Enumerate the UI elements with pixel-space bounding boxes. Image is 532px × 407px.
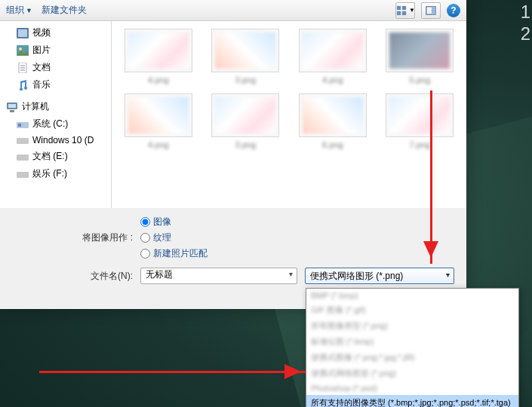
sidebar-label: 文档 (E:) xyxy=(32,150,68,163)
filename-input[interactable]: 无标题 xyxy=(140,268,297,284)
computer-icon xyxy=(6,102,18,112)
sidebar-item-drive-f[interactable]: 娱乐 (F:) xyxy=(0,165,111,182)
file-item[interactable]: 6.png xyxy=(292,93,374,149)
radio-input[interactable] xyxy=(140,249,150,259)
file-label: 3.png xyxy=(235,140,256,149)
radio-image[interactable]: 图像 xyxy=(140,216,208,228)
navigation-sidebar: 视频 图片 文档 音乐 计算机 系统 (C:) xyxy=(0,21,112,208)
dropdown-item[interactable]: 所有图像类型 (*.png) xyxy=(306,318,518,334)
dropdown-item[interactable]: Photoshop (*.psd) xyxy=(306,381,518,395)
file-thumbnail xyxy=(386,29,454,72)
dropdown-item[interactable]: 标准位图 (*.bmp) xyxy=(306,334,518,350)
chevron-down-icon: ▼ xyxy=(26,7,32,14)
file-item[interactable]: 3.png xyxy=(205,93,287,149)
sidebar-item-pictures[interactable]: 图片 xyxy=(0,41,111,59)
file-item[interactable]: 4.png xyxy=(118,29,199,84)
dropdown-item[interactable]: GIF 图像 (*.gif) xyxy=(306,302,518,318)
svg-rect-15 xyxy=(8,104,16,108)
sidebar-item-computer[interactable]: 计算机 xyxy=(0,98,111,115)
svg-rect-20 xyxy=(17,155,29,161)
file-label: 3.png xyxy=(235,75,256,84)
sidebar-label: 娱乐 (F:) xyxy=(32,167,67,180)
dropdown-item[interactable]: BMP (*.bmp) xyxy=(306,289,518,302)
file-label: 4.png xyxy=(148,140,169,149)
dialog-toolbar: 组织 ▼ 新建文件夹 ▼ ? xyxy=(0,0,466,21)
sidebar-item-documents[interactable]: 文档 xyxy=(0,59,111,76)
file-item[interactable]: 4.png xyxy=(118,93,199,149)
svg-point-9 xyxy=(19,47,22,50)
clock-widget: 12 xyxy=(521,2,530,45)
chevron-down-icon: ▼ xyxy=(409,7,415,14)
filename-label: 文件名(N): xyxy=(12,270,140,283)
organize-button[interactable]: 组织 ▼ xyxy=(6,4,32,17)
svg-rect-2 xyxy=(397,11,401,14)
filetype-selected: 便携式网络图形 (*.png) xyxy=(310,270,403,283)
svg-rect-18 xyxy=(18,124,21,127)
file-thumbnail xyxy=(299,93,367,137)
file-label: 7.png xyxy=(409,140,430,149)
sidebar-label: 文档 xyxy=(32,61,51,74)
file-open-dialog: 组织 ▼ 新建文件夹 ▼ ? 视频 图片 xyxy=(0,0,466,309)
sidebar-label: 计算机 xyxy=(22,100,49,113)
dropdown-item[interactable]: 便携式网络图形 (*.png) xyxy=(306,366,518,381)
file-item[interactable]: 5.png xyxy=(380,29,461,84)
sidebar-item-drive-d[interactable]: Windows 10 (D xyxy=(0,133,111,148)
sidebar-label: 视频 xyxy=(32,26,51,39)
radio-label: 纹理 xyxy=(153,231,171,244)
preview-pane-icon xyxy=(425,5,437,16)
svg-rect-1 xyxy=(402,5,406,9)
filetype-dropdown[interactable]: 便携式网络图形 (*.png) xyxy=(305,268,454,284)
sidebar-item-drive-e[interactable]: 文档 (E:) xyxy=(0,148,111,165)
file-item[interactable]: 3.png xyxy=(205,29,287,84)
dropdown-item-all-supported[interactable]: 所有支持的图像类型 (*.bmp;*.jpg;*.png;*.psd;*.tif… xyxy=(306,395,518,407)
help-button[interactable]: ? xyxy=(447,4,460,17)
file-item[interactable]: 7.png xyxy=(380,93,461,149)
pictures-icon xyxy=(17,45,29,56)
file-thumbnail xyxy=(125,29,192,72)
file-label: 6.png xyxy=(322,140,343,149)
drive-icon xyxy=(17,169,29,179)
file-label: 4.png xyxy=(148,75,169,84)
file-item[interactable]: 4.png xyxy=(292,29,374,84)
use-image-as-label: 将图像用作 : xyxy=(12,231,140,244)
thumbnails-icon xyxy=(395,5,407,16)
dropdown-item[interactable]: 便携式图像 (*.png;*.jpg;*.jfif) xyxy=(306,350,518,366)
sidebar-item-drive-c[interactable]: 系统 (C:) xyxy=(0,115,111,133)
radio-label: 新建照片匹配 xyxy=(153,247,208,260)
file-thumbnail xyxy=(211,29,279,72)
sidebar-label: 音乐 xyxy=(32,78,51,91)
file-grid: 4.png 3.png 4.png 5.png 4.png 3.png 6.pn… xyxy=(112,21,466,208)
drive-icon xyxy=(17,135,29,145)
radio-photo-match[interactable]: 新建照片匹配 xyxy=(140,247,208,260)
file-thumbnail xyxy=(386,93,454,137)
sidebar-item-video[interactable]: 视频 xyxy=(0,24,111,41)
svg-rect-7 xyxy=(18,29,27,37)
radio-label: 图像 xyxy=(153,216,171,228)
organize-label: 组织 xyxy=(6,4,24,17)
new-folder-button[interactable]: 新建文件夹 xyxy=(42,4,87,17)
radio-input[interactable] xyxy=(140,233,150,243)
svg-rect-21 xyxy=(17,172,29,178)
view-options-button[interactable]: ▼ xyxy=(395,2,415,19)
sidebar-label: 图片 xyxy=(32,44,51,57)
music-icon xyxy=(17,80,29,90)
svg-rect-16 xyxy=(10,110,14,112)
svg-rect-0 xyxy=(397,5,401,9)
file-thumbnail xyxy=(299,29,367,72)
sidebar-label: Windows 10 (D xyxy=(32,135,94,145)
radio-input[interactable] xyxy=(140,217,150,227)
filename-value: 无标题 xyxy=(146,269,173,280)
preview-pane-button[interactable] xyxy=(421,2,441,19)
sidebar-label: 系统 (C:) xyxy=(32,118,68,130)
sidebar-item-music[interactable]: 音乐 xyxy=(0,76,111,93)
radio-texture[interactable]: 纹理 xyxy=(140,231,208,244)
svg-rect-5 xyxy=(432,6,435,14)
drive-icon xyxy=(17,151,29,162)
file-label: 5.png xyxy=(409,75,430,84)
svg-rect-19 xyxy=(17,138,29,144)
svg-rect-3 xyxy=(402,11,406,14)
filetype-dropdown-list: BMP (*.bmp) GIF 图像 (*.gif) 所有图像类型 (*.png… xyxy=(306,288,519,407)
video-icon xyxy=(17,28,29,38)
file-thumbnail xyxy=(125,93,192,137)
dialog-bottom-panel: 将图像用作 : 图像 纹理 新建照片匹配 文件名(N): 无标题 便携式网络图形… xyxy=(0,208,466,295)
